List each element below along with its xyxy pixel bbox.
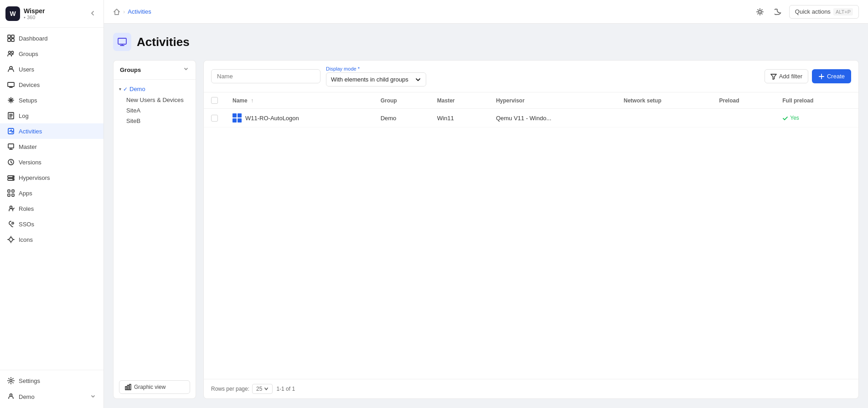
sidebar-item-label: Hypervisors — [19, 174, 50, 181]
sidebar-item-label: Groups — [19, 51, 38, 57]
app-info: Wisper • 360 — [24, 7, 45, 20]
display-mode-value: With elements in child groups — [331, 76, 408, 83]
group-item-sitea[interactable]: SiteA — [114, 105, 196, 116]
groups-panel-expand[interactable] — [183, 66, 189, 74]
sidebar-item-settings[interactable]: Settings — [0, 373, 103, 388]
sidebar-item-log[interactable]: Log — [0, 108, 103, 123]
sidebar-item-groups[interactable]: Groups — [0, 46, 103, 61]
setups-icon — [7, 97, 15, 104]
filter-bar: Display mode * With elements in child gr… — [204, 61, 858, 92]
row-hypervisor: Qemu V11 - Windo... — [496, 115, 551, 122]
group-item-new-users[interactable]: New Users & Devices — [114, 95, 196, 105]
breadcrumb-home[interactable] — [113, 8, 120, 15]
row-checkbox-cell — [204, 109, 225, 128]
sidebar-item-versions[interactable]: Versions — [0, 154, 103, 170]
svg-point-15 — [13, 179, 14, 180]
app-logo: W Wisper • 360 — [5, 6, 45, 21]
table-header-group: Group — [373, 92, 430, 109]
group-item-siteb[interactable]: SiteB — [114, 116, 196, 126]
sidebar-item-user[interactable]: Demo — [0, 388, 103, 405]
sidebar-item-setups[interactable]: Setups — [0, 92, 103, 108]
sidebar-bottom: Settings Demo — [0, 370, 103, 408]
row-checkbox[interactable] — [211, 115, 218, 122]
user-name: Demo — [19, 393, 86, 400]
activities-icon — [7, 128, 15, 135]
versions-icon — [7, 158, 15, 166]
row-name: W11-RO-AutoLogon — [245, 115, 299, 122]
page-header: Activities — [113, 33, 859, 51]
sidebar-item-hypervisors[interactable]: Hypervisors — [0, 170, 103, 185]
sidebar-item-master[interactable]: Master — [0, 139, 103, 154]
moon-mode-toggle[interactable] — [771, 5, 785, 19]
row-preload-cell — [712, 109, 775, 128]
settings-icon — [7, 377, 15, 384]
sidebar-item-roles[interactable]: Roles — [0, 201, 103, 216]
sidebar-item-users[interactable]: Users — [0, 61, 103, 77]
select-all-checkbox[interactable] — [211, 97, 218, 104]
graphic-view-button[interactable]: Graphic view — [119, 380, 190, 394]
ssos-icon — [7, 220, 15, 228]
groups-icon — [7, 50, 15, 57]
name-filter-input[interactable] — [211, 69, 320, 83]
svg-rect-18 — [8, 194, 10, 196]
rows-per-page: Rows per page: 25 — [211, 384, 273, 394]
svg-rect-19 — [12, 194, 14, 196]
user-expand-icon — [90, 393, 96, 401]
svg-point-25 — [759, 10, 761, 13]
add-filter-button[interactable]: Add filter — [765, 69, 808, 83]
svg-point-14 — [13, 176, 14, 177]
svg-rect-26 — [118, 38, 126, 44]
sidebar-item-label: Icons — [19, 236, 33, 243]
row-master-cell: Win11 — [430, 109, 489, 128]
svg-rect-27 — [125, 387, 127, 390]
sidebar-item-label: Settings — [19, 377, 40, 384]
table-header-row: Name ↑ Group Master Hyperv — [204, 92, 858, 109]
display-mode-select[interactable]: With elements in child groups — [326, 72, 426, 87]
groups-panel: Groups ▾ ✓ Demo New Users & Devices — [113, 60, 196, 399]
svg-point-20 — [10, 206, 12, 209]
sidebar-item-dashboard[interactable]: Dashboard — [0, 31, 103, 46]
topbar-right: Quick actions ALT+P — [753, 5, 859, 19]
table-body: W11-RO-AutoLogon Demo Win11 — [204, 109, 858, 128]
quick-actions-button[interactable]: Quick actions ALT+P — [789, 5, 859, 19]
full-preload-badge: Yes — [782, 115, 851, 121]
group-item-label: SiteB — [126, 117, 140, 124]
check-icon: ✓ — [123, 86, 128, 92]
row-network-setup-cell — [616, 109, 712, 128]
table-row[interactable]: W11-RO-AutoLogon Demo Win11 — [204, 109, 858, 128]
light-mode-toggle[interactable] — [753, 5, 767, 19]
windows-icon — [232, 113, 242, 122]
log-icon — [7, 112, 15, 119]
row-full-preload-cell: Yes — [775, 109, 858, 128]
sidebar-item-apps[interactable]: Apps — [0, 185, 103, 201]
topbar: › Activities Quick actions ALT+P — [104, 0, 868, 24]
pagination-info: 1-1 of 1 — [276, 386, 295, 392]
per-page-value: 25 — [256, 386, 262, 392]
svg-rect-10 — [8, 144, 14, 148]
table-header-full-preload: Full preload — [775, 92, 858, 109]
row-group: Demo — [381, 115, 397, 122]
group-item-demo[interactable]: ▾ ✓ Demo — [114, 83, 196, 95]
row-hypervisor-cell: Qemu V11 - Windo... — [489, 109, 616, 128]
breadcrumb-separator: › — [123, 8, 125, 15]
svg-point-22 — [9, 238, 13, 241]
group-item-label: Demo — [129, 86, 145, 92]
table-header-name[interactable]: Name ↑ — [225, 92, 373, 109]
chevron-down-icon — [415, 76, 421, 83]
sidebar-item-activities[interactable]: Activities — [0, 123, 103, 139]
expand-icon: ▾ — [119, 87, 121, 92]
sidebar-item-devices[interactable]: Devices — [0, 77, 103, 92]
svg-rect-28 — [128, 385, 129, 390]
per-page-select[interactable]: 25 — [252, 384, 273, 394]
svg-point-4 — [9, 51, 11, 54]
dashboard-icon — [7, 35, 15, 42]
logo-icon: W — [5, 6, 20, 21]
breadcrumb: › Activities — [113, 8, 151, 15]
create-button[interactable]: Create — [812, 69, 851, 83]
app-version: • 360 — [24, 15, 45, 20]
sidebar-item-ssos[interactable]: SSOs — [0, 216, 103, 232]
sidebar-item-icons[interactable]: Icons — [0, 232, 103, 247]
sidebar-collapse-button[interactable] — [87, 8, 98, 20]
sort-icon: ↑ — [251, 97, 253, 104]
svg-point-23 — [10, 380, 12, 382]
